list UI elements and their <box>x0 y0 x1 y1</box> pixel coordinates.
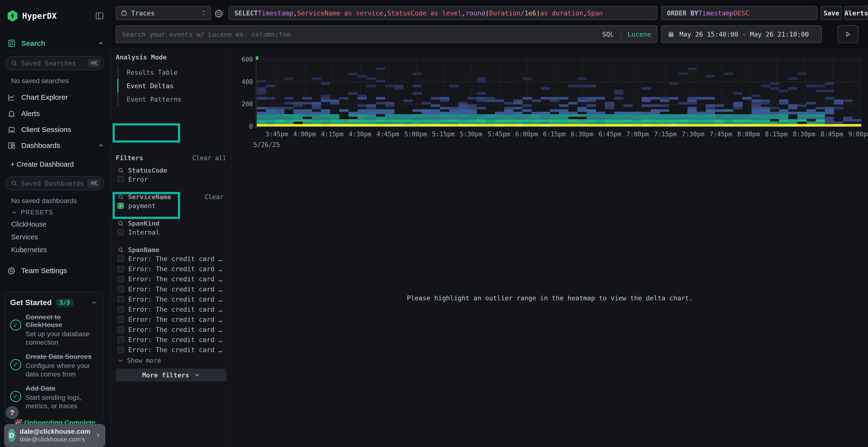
source-select[interactable]: Traces <box>116 6 211 20</box>
sidebar-item-label: Dashboards <box>21 141 92 149</box>
user-email: dale@clickhouse.com <box>20 428 90 436</box>
sql-token: Duration <box>489 9 521 17</box>
date-range-picker[interactable]: May 26 15:40:00 - May 26 21:10:00 <box>661 25 822 43</box>
chevron-up-icon[interactable] <box>91 299 97 306</box>
get-started-item[interactable]: ✓Add DataStart sending logs, metrics, or… <box>5 381 103 413</box>
x-tick-label: 6:15pm <box>539 131 570 138</box>
tab-event-deltas[interactable]: Event Deltas <box>117 79 219 93</box>
clear-all-link[interactable]: Clear all <box>192 154 226 162</box>
order-by-editor[interactable]: ORDER BY Timestamp DESC <box>661 6 817 20</box>
filter-option-spanname[interactable]: Error: The credit card … <box>117 324 223 335</box>
filter-option-label: Error: The credit card … <box>128 326 222 333</box>
sidebar-item-team-settings[interactable]: Team Settings <box>7 265 104 277</box>
chevron-up-icon <box>97 142 104 149</box>
lucene-search-input[interactable]: Search your events w/ Lucene ex. column:… <box>116 25 657 43</box>
filter-option-spanname[interactable]: Error: The credit card … <box>117 274 223 284</box>
gear-icon <box>7 266 16 275</box>
database-icon <box>120 9 128 17</box>
live-tail-button[interactable] <box>838 25 858 43</box>
filter-option-label: Error: The credit card … <box>128 265 222 273</box>
filter-option-spanname[interactable]: Error: The credit card … <box>117 264 223 274</box>
sql-token: , <box>462 9 466 17</box>
filter-option-spanname[interactable]: Error: The credit card … <box>117 294 223 304</box>
x-tick-label: 4:45pm <box>372 131 403 138</box>
lang-toggle-sql[interactable]: SQL <box>602 31 614 38</box>
checkbox-unchecked[interactable] <box>117 337 124 343</box>
tab-results-table[interactable]: Results Table <box>117 66 219 79</box>
lang-toggle-lucene[interactable]: Lucene <box>627 31 651 38</box>
get-started-bonus-item: 🎉 Onboarding Complete! You <box>14 419 96 424</box>
filter-option-spanname[interactable]: Error: The credit card … <box>117 314 223 324</box>
checkbox-unchecked[interactable] <box>117 176 124 182</box>
sidebar-item-dashboards[interactable]: Dashboards <box>7 139 104 152</box>
clear-link[interactable]: Clear <box>205 194 223 201</box>
checkbox-unchecked[interactable] <box>117 286 124 293</box>
filter-option-label: Error: The credit card … <box>128 306 222 313</box>
play-icon <box>844 31 851 38</box>
presets-toggle[interactable]: PRESETS <box>11 209 53 216</box>
filter-option-label: payment <box>128 202 156 209</box>
x-tick-label: 6:45pm <box>594 131 625 138</box>
show-more-link[interactable]: Show more <box>117 357 161 364</box>
kbd-shortcut: ⌘K <box>88 59 100 67</box>
app-title: HyperDX <box>22 11 91 21</box>
search-icon[interactable] <box>117 220 124 227</box>
search-icon[interactable] <box>117 247 124 253</box>
checkbox-unchecked[interactable] <box>117 296 124 303</box>
get-started-badge: 3/3 <box>56 299 73 307</box>
checkbox-unchecked[interactable] <box>117 316 124 323</box>
save-button[interactable]: Save <box>821 6 842 20</box>
checkbox-unchecked[interactable] <box>117 306 124 313</box>
sidebar-item-alerts[interactable]: Alerts <box>7 107 104 120</box>
get-started-item-title: Add Data <box>26 385 98 392</box>
duration-heatmap[interactable] <box>256 56 861 128</box>
source-settings-gear-icon[interactable] <box>214 9 224 18</box>
sql-select-editor[interactable]: SELECT Timestamp, ServiceName as service… <box>228 6 657 20</box>
checkbox-unchecked[interactable] <box>117 326 124 333</box>
sidebar-item-label: Client Sessions <box>21 126 104 134</box>
checkbox-unchecked[interactable] <box>117 347 124 353</box>
create-dashboard-button[interactable]: + Create Dashboard <box>7 158 104 171</box>
filter-option-label: Internal <box>128 229 160 236</box>
checkbox-checked[interactable]: ✓ <box>117 203 124 209</box>
filter-option-spanname[interactable]: Error: The credit card … <box>117 345 223 355</box>
preset-item[interactable]: ClickHouse <box>11 218 47 231</box>
sidebar-collapse-icon[interactable] <box>95 11 104 21</box>
get-started-item[interactable]: ✓Create Data SourcesConfigure where your… <box>5 349 103 381</box>
user-card[interactable]: D dale@clickhouse.com dale@clickhouse.co… <box>4 424 105 447</box>
filter-option-payment[interactable]: ✓ payment <box>117 201 223 211</box>
checkbox-unchecked[interactable] <box>117 255 124 262</box>
saved-dashboards-input[interactable]: Saved Dashboards ⌘K <box>5 176 104 190</box>
checkbox-unchecked[interactable] <box>117 229 124 236</box>
filter-option-spanname[interactable]: Error: The credit card … <box>117 284 223 294</box>
x-tick-label: 8:45pm <box>816 131 847 138</box>
get-started-item[interactable]: ✓Connect to ClickHouseSet up your databa… <box>5 309 103 349</box>
filter-option-internal[interactable]: Internal <box>117 227 223 237</box>
sql-token: ( <box>485 9 489 17</box>
filter-option-error[interactable]: Error <box>117 174 223 184</box>
search-icon[interactable] <box>117 194 124 200</box>
sidebar-item-chart-explorer[interactable]: Chart Explorer <box>7 91 104 104</box>
x-tick-label: 8:30pm <box>788 131 820 138</box>
preset-item[interactable]: Kubernetes <box>11 243 47 256</box>
filter-option-spanname[interactable]: Error: The credit card … <box>117 253 223 264</box>
x-tick-label: 7:00pm <box>622 131 653 138</box>
filter-option-spanname[interactable]: Error: The credit card … <box>117 304 223 314</box>
saved-searches-input[interactable]: Saved Searches ⌘K <box>5 56 104 70</box>
sql-token: , <box>583 9 587 17</box>
sidebar-item-client-sessions[interactable]: Client Sessions <box>7 123 104 136</box>
preset-item[interactable]: Services <box>11 231 47 243</box>
alerts-button[interactable]: Alerts <box>844 6 868 20</box>
x-tick-label: 8:15pm <box>761 131 792 138</box>
get-started-items: ✓Connect to ClickHouseSet up your databa… <box>5 309 103 413</box>
checkbox-unchecked[interactable] <box>117 276 124 282</box>
checkbox-unchecked[interactable] <box>117 266 124 272</box>
get-started-item-desc: Set up your database connection <box>26 330 98 347</box>
tab-event-patterns[interactable]: Event Patterns <box>117 93 219 106</box>
more-filters-button[interactable]: More filters <box>116 369 227 381</box>
sidebar-item-search[interactable]: Search <box>7 37 104 49</box>
help-button[interactable]: ? <box>5 406 19 419</box>
search-icon[interactable] <box>117 167 124 174</box>
source-select-value: Traces <box>131 9 197 17</box>
filter-option-spanname[interactable]: Error: The credit card … <box>117 335 223 345</box>
